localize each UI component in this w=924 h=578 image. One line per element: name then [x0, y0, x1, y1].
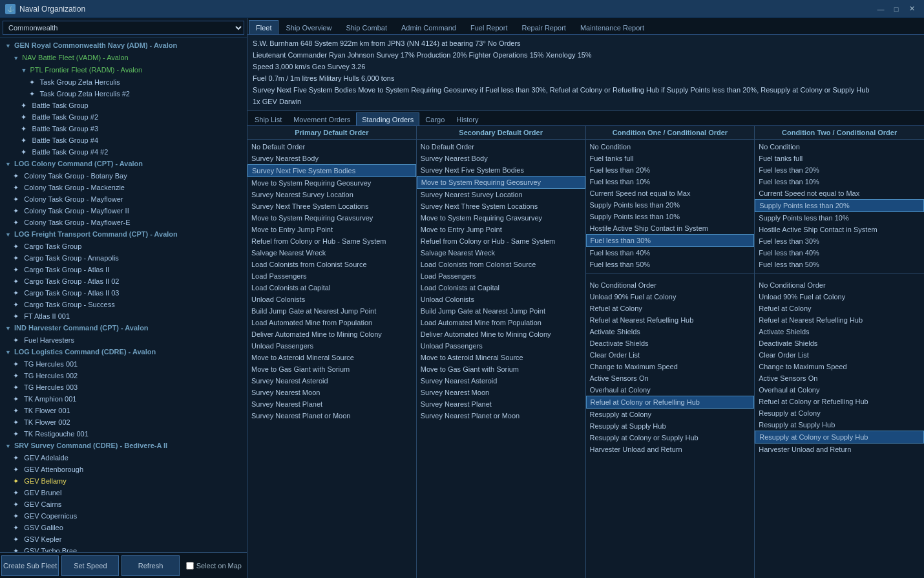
tree-item[interactable]: ✦ Cargo Task Group - Success — [0, 299, 247, 310]
order-item[interactable]: Move to Gas Giant with Sorium — [247, 363, 416, 375]
order-item[interactable]: Fuel less than 50% — [586, 259, 755, 270]
order-item[interactable]: Fuel less than 20% — [586, 164, 755, 176]
tree-item[interactable]: ✦ GSV Tycho Brae — [0, 545, 247, 552]
create-sub-fleet-button[interactable]: Create Sub Fleet — [1, 555, 59, 576]
order-item[interactable]: Load Colonists at Capital — [417, 282, 585, 294]
order-item[interactable]: Change to Maximum Speed — [755, 361, 924, 372]
order-item[interactable]: Overhaul at Colony — [755, 384, 924, 396]
order-item[interactable]: Load Colonists at Capital — [247, 282, 416, 294]
tree-item[interactable]: ▼ SRV Survey Command (CDRE) - Bedivere-A… — [0, 440, 247, 452]
order-item[interactable]: Clear Order List — [755, 349, 924, 361]
order-item[interactable]: Resupply at Colony — [586, 409, 755, 420]
order-item[interactable]: Fuel less than 50% — [755, 259, 924, 270]
order-item[interactable]: Clear Order List — [586, 349, 755, 361]
order-item[interactable]: Survey Nearest Asteroid — [247, 375, 416, 387]
tree-item[interactable]: ✦ Colony Task Group - Mayflower II — [0, 205, 247, 217]
order-item[interactable]: No Conditional Order — [755, 279, 924, 291]
order-item[interactable]: Load Colonists from Colonist Source — [417, 259, 585, 270]
order-item[interactable]: Refuel at Colony or Refuelling Hub — [755, 396, 924, 407]
order-item[interactable]: Survey Next Three System Locations — [247, 200, 416, 212]
order-item[interactable]: Load Passengers — [247, 270, 416, 282]
order-item[interactable]: Hostile Active Ship Contact in System — [755, 224, 924, 235]
maximize-button[interactable]: □ — [889, 3, 903, 15]
tree-item[interactable]: ✦ TG Hercules 001 — [0, 358, 247, 370]
tree-item[interactable]: ✦ Colony Task Group - Botany Bay — [0, 170, 247, 182]
tree-item[interactable]: ✦ Colony Task Group - Mackenzie — [0, 182, 247, 193]
tab-repair-report[interactable]: Repair Report — [514, 20, 572, 34]
order-item[interactable]: Supply Points less than 20% — [755, 199, 924, 212]
tree-item[interactable]: ▼ LOG Colony Command (CPT) - Avalon — [0, 158, 247, 170]
order-item[interactable]: Load Passengers — [417, 270, 585, 282]
order-item[interactable]: Resupply at Supply Hub — [586, 420, 755, 432]
order-item[interactable]: Active Sensors On — [755, 372, 924, 384]
tree-item[interactable]: ✦ Cargo Task Group - Atlas II 03 — [0, 287, 247, 299]
order-item[interactable]: Unload 90% Fuel at Colony — [586, 291, 755, 303]
order-item[interactable]: Refuel at Colony or Refuelling Hub — [586, 396, 755, 409]
order-item[interactable]: Fuel less than 20% — [755, 164, 924, 176]
tree-item[interactable]: ▼ LOG Freight Transport Command (CPT) - … — [0, 228, 247, 241]
order-item[interactable]: Activate Shields — [755, 326, 924, 337]
order-item[interactable]: Supply Points less than 10% — [755, 212, 924, 224]
inner-tab-ship-list[interactable]: Ship List — [249, 112, 288, 125]
order-item[interactable]: Resupply at Colony — [755, 407, 924, 419]
order-item[interactable]: Move to System Requiring Geosurvey — [417, 176, 585, 189]
order-item[interactable]: Overhaul at Colony — [586, 384, 755, 396]
tree-item[interactable]: ✦ GSV Galileo — [0, 522, 247, 533]
order-item[interactable]: Move to Entry Jump Point — [417, 224, 585, 235]
tab-ship-overview[interactable]: Ship Overview — [278, 20, 339, 34]
tree-item[interactable]: ✦ Cargo Task Group - Annapolis — [0, 252, 247, 264]
tree-item[interactable]: ✦ GEV Brunel — [0, 487, 247, 498]
tree-item[interactable]: ▼ IND Harvester Command (CPT) - Avalon — [0, 322, 247, 334]
tree-item[interactable]: ✦ Colony Task Group - Mayflower — [0, 193, 247, 205]
tree-item[interactable]: ▼ NAV Battle Fleet (VADM) - Avalon — [0, 52, 247, 64]
order-item[interactable]: Move to System Requiring Gravsurvey — [247, 212, 416, 224]
order-item[interactable]: Unload 90% Fuel at Colony — [755, 291, 924, 303]
order-item[interactable]: Move to Gas Giant with Sorium — [417, 363, 585, 375]
order-item[interactable]: Harvester Unload and Return — [755, 444, 924, 455]
order-item[interactable]: Survey Nearest Planet or Moon — [247, 410, 416, 422]
tree-item[interactable]: ▼ PTL Frontier Fleet (RADM) - Avalon — [0, 64, 247, 76]
tree-item[interactable]: ✦ Cargo Task Group - Atlas II 02 — [0, 275, 247, 287]
order-item[interactable]: Resupply at Supply Hub — [755, 419, 924, 431]
order-item[interactable]: Survey Nearest Planet — [247, 398, 416, 410]
order-item[interactable]: Resupply at Colony or Supply Hub — [755, 431, 924, 444]
close-button[interactable]: ✕ — [905, 3, 919, 15]
tab-ship-combat[interactable]: Ship Combat — [339, 20, 394, 34]
tree-item[interactable]: ✦ Task Group Zeta Herculis — [0, 76, 247, 88]
order-item[interactable]: Refuel from Colony or Hub - Same System — [247, 235, 416, 247]
tree-item[interactable]: ▼ LOG Logistics Command (CDRE) - Avalon — [0, 346, 247, 358]
order-item[interactable]: Move to System Requiring Gravsurvey — [417, 212, 585, 224]
order-item[interactable]: Survey Nearest Asteroid — [417, 375, 585, 387]
order-item[interactable]: Fuel less than 30% — [755, 235, 924, 247]
order-item[interactable]: Unload Passengers — [247, 340, 416, 352]
tree-item[interactable]: ✦ TK Restigouche 001 — [0, 428, 247, 440]
refresh-button[interactable]: Refresh — [121, 555, 179, 576]
order-item[interactable]: Survey Nearest Planet — [417, 398, 585, 410]
order-item[interactable]: Move to Asteroid Mineral Source — [417, 352, 585, 363]
tree-item[interactable]: ✦ GEV Adelaide — [0, 452, 247, 464]
order-item[interactable]: Supply Points less than 10% — [586, 211, 755, 222]
order-item[interactable]: Refuel at Nearest Refuelling Hub — [586, 314, 755, 326]
order-item[interactable]: Current Speed not equal to Max — [755, 187, 924, 199]
order-item[interactable]: Refuel at Nearest Refuelling Hub — [755, 314, 924, 326]
tree-item[interactable]: ✦ GSV Kepler — [0, 533, 247, 545]
order-item[interactable]: Fuel tanks full — [586, 153, 755, 164]
set-speed-button[interactable]: Set Speed — [61, 555, 119, 576]
order-item[interactable]: Build Jump Gate at Nearest Jump Point — [417, 305, 585, 317]
tree-item[interactable]: ✦ GEV Bellamy — [0, 475, 247, 487]
order-item[interactable]: Move to System Requiring Geosurvey — [247, 177, 416, 189]
order-item[interactable]: Refuel from Colony or Hub - Same System — [417, 235, 585, 247]
order-item[interactable]: Activate Shields — [586, 326, 755, 337]
order-item[interactable]: Refuel at Colony — [755, 303, 924, 314]
tab-admin-command[interactable]: Admin Command — [394, 20, 463, 34]
order-item[interactable]: Survey Nearest Survey Location — [417, 189, 585, 200]
inner-tab-movement-orders[interactable]: Movement Orders — [288, 112, 356, 125]
tree-item[interactable]: ✦ Battle Task Group #4 — [0, 134, 247, 146]
tree-item[interactable]: ✦ TK Flower 002 — [0, 416, 247, 428]
order-item[interactable]: No Condition — [755, 141, 924, 153]
order-item[interactable]: Refuel at Colony — [586, 303, 755, 314]
order-item[interactable]: No Default Order — [417, 141, 585, 153]
order-item[interactable]: No Default Order — [247, 141, 416, 153]
order-item[interactable]: Fuel tanks full — [755, 153, 924, 164]
tree-item[interactable]: ✦ Battle Task Group #2 — [0, 111, 247, 123]
